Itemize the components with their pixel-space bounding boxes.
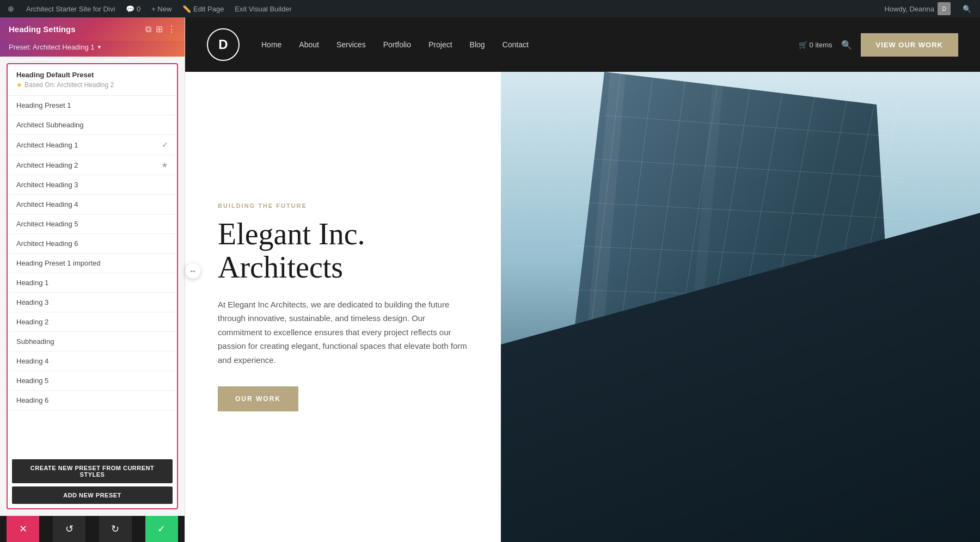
nav-about[interactable]: About xyxy=(299,40,319,49)
main-heading: Elegant Inc. Architects xyxy=(218,218,468,285)
preset-dropdown-area: Heading Default Preset ★ Based On: Archi… xyxy=(7,63,178,509)
svg-line-18 xyxy=(555,377,904,382)
default-preset-section: Heading Default Preset ★ Based On: Archi… xyxy=(8,64,177,96)
list-item[interactable]: Heading 1 xyxy=(8,273,177,293)
sidebar-panel: Heading Settings ⧉ ⊞ ⋮ Preset: Architect… xyxy=(0,17,185,542)
bottom-toolbar: ✕ ↺ ↻ ✓ xyxy=(0,516,185,542)
list-item[interactable]: Architect Heading 4 xyxy=(8,195,177,214)
list-item[interactable]: Heading Preset 1 xyxy=(8,96,177,115)
site-search-icon[interactable]: 🔍 xyxy=(841,40,852,50)
star-icon: ★ xyxy=(16,81,22,89)
site-image-section: ••• xyxy=(501,72,980,542)
cart-icon: 🛒 xyxy=(799,41,807,49)
site-logo: D xyxy=(207,28,240,61)
create-preset-button[interactable]: CREATE NEW PRESET FROM CURRENT STYLES xyxy=(12,459,173,483)
default-preset-based: ★ Based On: Architect Heading 2 xyxy=(16,81,168,89)
nav-project[interactable]: Project xyxy=(428,40,452,49)
svg-line-21 xyxy=(552,504,904,507)
list-item[interactable]: Heading 4 xyxy=(8,352,177,371)
nav-blog[interactable]: Blog xyxy=(470,40,485,49)
panel-copy-icon[interactable]: ⧉ xyxy=(145,24,151,34)
panel-more-icon[interactable]: ⋮ xyxy=(167,24,176,34)
list-item[interactable]: Architect Heading 5 xyxy=(8,214,177,234)
list-item[interactable]: Architect Subheading xyxy=(8,115,177,135)
preset-buttons: CREATE NEW PRESET FROM CURRENT STYLES AD… xyxy=(8,455,177,508)
panel-preset-label[interactable]: Preset: Architect Heading 1 ▼ xyxy=(0,41,185,57)
site-nav-right: 🛒 0 items 🔍 VIEW OUR WORK xyxy=(799,33,958,57)
avatar: D xyxy=(938,2,951,15)
nav-contact[interactable]: Contact xyxy=(503,40,529,49)
add-preset-button[interactable]: ADD NEW PRESET xyxy=(12,486,173,504)
undo-icon: ↺ xyxy=(65,523,74,535)
main-description: At Elegant Inc Architects, we are dedica… xyxy=(218,298,468,367)
our-work-button[interactable]: OUR WORK xyxy=(218,386,298,411)
list-item[interactable]: Architect Heading 2 ★ xyxy=(8,155,177,175)
panel-header-icons: ⧉ ⊞ ⋮ xyxy=(145,24,176,34)
list-item[interactable]: Heading 6 xyxy=(8,391,177,410)
list-item[interactable]: Heading 2 xyxy=(8,312,177,332)
main-layout: Heading Settings ⧉ ⊞ ⋮ Preset: Architect… xyxy=(0,17,980,542)
chevron-down-icon: ▼ xyxy=(97,44,102,50)
site-content: BUILDING THE FUTURE Elegant Inc. Archite… xyxy=(185,72,980,542)
list-item[interactable]: Heading 3 xyxy=(8,293,177,312)
close-icon: ✕ xyxy=(19,523,27,535)
check-icon: ✓ xyxy=(157,523,166,535)
website-preview: D Home About Services Portfolio Project … xyxy=(185,17,980,542)
list-item[interactable]: Architect Heading 6 xyxy=(8,234,177,254)
admin-howdy: Howdy, Deanna D 🔍 xyxy=(884,2,976,15)
admin-edit-page[interactable]: ✏️ Edit Page xyxy=(178,0,228,17)
cart-info[interactable]: 🛒 0 items xyxy=(799,41,832,49)
building-label: BUILDING THE FUTURE xyxy=(218,202,468,209)
list-item[interactable]: Heading Preset 1 imported xyxy=(8,254,177,273)
building-svg xyxy=(501,72,980,542)
star-icon: ★ xyxy=(161,161,168,169)
nav-services[interactable]: Services xyxy=(336,40,366,49)
panel-header: Heading Settings ⧉ ⊞ ⋮ xyxy=(0,17,185,41)
redo-button[interactable]: ↻ xyxy=(99,516,132,542)
admin-site-name[interactable]: Architect Starter Site for Divi xyxy=(22,0,119,17)
admin-bar: ⊕ Architect Starter Site for Divi 💬 0 + … xyxy=(0,0,980,17)
list-item[interactable]: Heading 5 xyxy=(8,371,177,391)
wp-logo-icon[interactable]: ⊕ xyxy=(4,2,17,15)
svg-line-19 xyxy=(554,420,904,423)
preset-list: Heading Preset 1 Architect Subheading Ar… xyxy=(8,96,177,455)
save-button[interactable]: ✓ xyxy=(145,516,178,542)
admin-exit-visual-builder[interactable]: Exit Visual Builder xyxy=(230,0,296,17)
svg-line-17 xyxy=(558,333,904,341)
nav-home[interactable]: Home xyxy=(261,40,281,49)
check-icon: ✓ xyxy=(162,140,168,149)
panel-columns-icon[interactable]: ⊞ xyxy=(156,24,163,34)
admin-search-icon[interactable]: 🔍 xyxy=(958,5,976,13)
default-preset-title: Heading Default Preset xyxy=(16,71,168,79)
nav-portfolio[interactable]: Portfolio xyxy=(383,40,411,49)
cancel-button[interactable]: ✕ xyxy=(7,516,39,542)
panel-title: Heading Settings xyxy=(9,24,76,34)
building-image xyxy=(501,72,980,542)
list-item[interactable]: Subheading xyxy=(8,332,177,352)
admin-comments[interactable]: 💬 0 xyxy=(121,0,145,17)
list-item[interactable]: Architect Heading 1 ✓ xyxy=(8,135,177,155)
list-item[interactable]: Architect Heading 3 xyxy=(8,175,177,195)
redo-icon: ↻ xyxy=(111,523,119,535)
resize-handle[interactable]: ↔ xyxy=(185,263,200,279)
site-nav-links: Home About Services Portfolio Project Bl… xyxy=(261,40,529,49)
site-nav: D Home About Services Portfolio Project … xyxy=(185,17,980,72)
admin-new[interactable]: + New xyxy=(147,0,176,17)
view-work-button[interactable]: VIEW OUR WORK xyxy=(861,33,959,57)
site-text-section: BUILDING THE FUTURE Elegant Inc. Archite… xyxy=(185,72,501,542)
undo-button[interactable]: ↺ xyxy=(53,516,85,542)
